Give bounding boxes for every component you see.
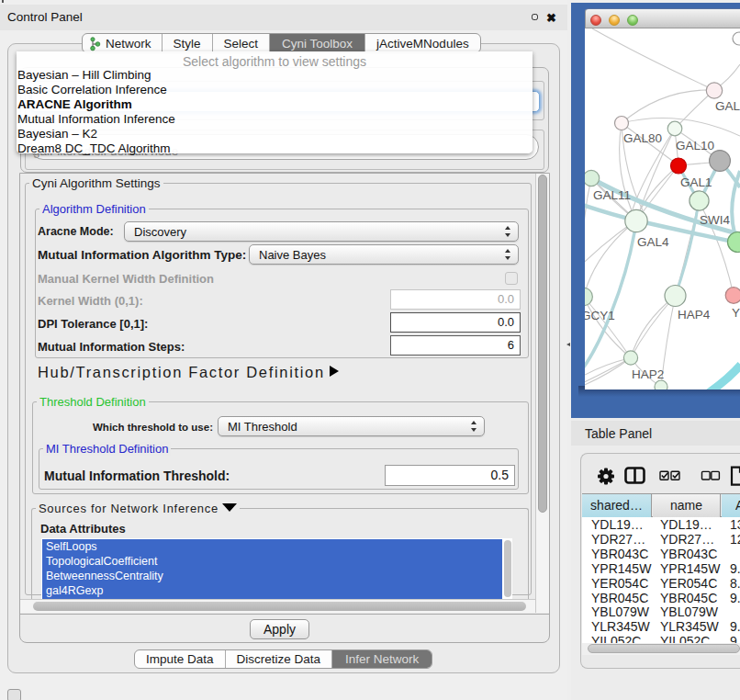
svg-text:GAL11: GAL11 xyxy=(593,188,631,202)
svg-text:GAL4: GAL4 xyxy=(637,235,669,249)
svg-text:GAL1: GAL1 xyxy=(680,175,712,189)
svg-text:GAL10: GAL10 xyxy=(676,139,714,152)
svg-text:GAL7: GAL7 xyxy=(715,99,740,113)
svg-text:Y: Y xyxy=(732,306,740,320)
svg-text:SWI4: SWI4 xyxy=(700,213,730,227)
svg-text:HAP2: HAP2 xyxy=(632,367,664,381)
svg-text:GCY1: GCY1 xyxy=(585,309,615,322)
svg-text:GAL80: GAL80 xyxy=(623,131,662,145)
svg-text:HAP4: HAP4 xyxy=(678,308,711,322)
